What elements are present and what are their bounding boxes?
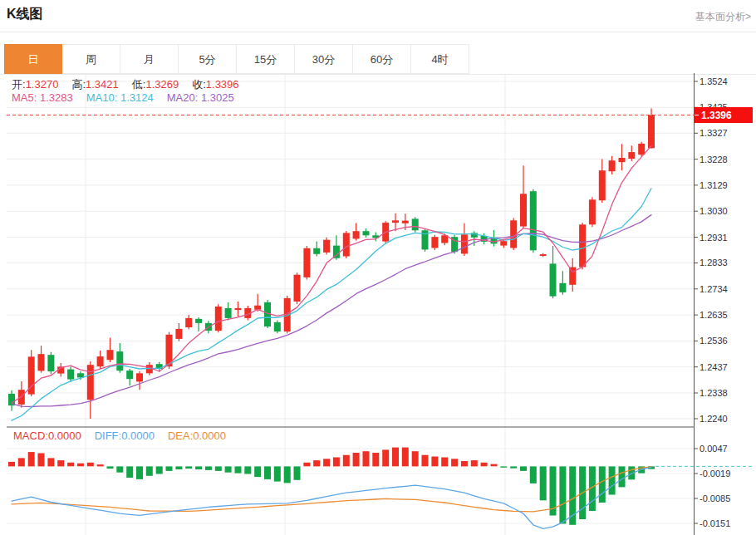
header-divider	[0, 32, 756, 32]
svg-text:-0.0019: -0.0019	[700, 469, 730, 479]
info-pair: DEA:0.0000	[168, 429, 226, 442]
tab-1[interactable]: 周	[62, 44, 120, 74]
ma-info-row: MA5: 1.3283MA10: 1.3124MA20: 1.3025	[12, 91, 248, 104]
svg-text:1.3524: 1.3524	[700, 76, 728, 86]
svg-text:1.2338: 1.2338	[700, 388, 728, 398]
kline-chart-svg: 1.35241.34251.33271.32281.31291.30301.29…	[0, 73, 756, 535]
tab-0[interactable]: 日	[4, 44, 62, 74]
tab-2[interactable]: 月	[120, 44, 179, 74]
tab-5[interactable]: 30分	[295, 44, 353, 74]
tab-7[interactable]: 4时	[411, 44, 469, 74]
tab-bar: 日周月5分15分30分60分4时	[0, 44, 756, 75]
info-pair: MA20: 1.3025	[167, 91, 234, 104]
info-pair: MA5: 1.3283	[12, 91, 73, 104]
svg-text:-0.0151: -0.0151	[700, 518, 730, 528]
tab-3[interactable]: 5分	[179, 44, 237, 74]
svg-text:1.3396: 1.3396	[701, 110, 732, 121]
ohlc-info-row: 开:1.3270高:1.3421低:1.3269收:1.3396	[12, 77, 253, 92]
svg-text:-0.0085: -0.0085	[700, 493, 730, 503]
svg-text:1.2536: 1.2536	[700, 336, 728, 346]
svg-text:1.2931: 1.2931	[700, 233, 728, 243]
info-pair: 高:1.3421	[71, 78, 118, 91]
svg-text:1.3228: 1.3228	[700, 155, 728, 164]
info-pair: 收:1.3396	[192, 78, 238, 91]
svg-text:1.2635: 1.2635	[700, 310, 728, 320]
svg-text:1.3327: 1.3327	[700, 128, 728, 138]
svg-text:1.2833: 1.2833	[700, 258, 728, 268]
svg-text:1.2240: 1.2240	[700, 414, 728, 424]
tab-6[interactable]: 60分	[353, 44, 411, 74]
macd-info-row: MACD:0.0000DIFF:0.0000DEA:0.0000	[13, 429, 239, 442]
tab-4[interactable]: 15分	[237, 44, 295, 74]
fundamental-analysis-link[interactable]: 基本面分析>	[695, 10, 751, 24]
info-pair: DIFF:0.0000	[95, 429, 155, 442]
info-pair: 低:1.3269	[132, 78, 179, 91]
svg-text:1.2437: 1.2437	[700, 362, 728, 372]
info-pair: 开:1.3270	[12, 78, 58, 91]
kline-chart[interactable]: 1.35241.34251.33271.32281.31291.30301.29…	[0, 73, 756, 535]
svg-text:1.3030: 1.3030	[700, 206, 728, 216]
svg-text:1.3129: 1.3129	[700, 180, 728, 190]
svg-text:1.2734: 1.2734	[700, 284, 728, 294]
info-pair: MACD:0.0000	[13, 429, 81, 442]
page-title: K线图	[7, 6, 43, 23]
info-pair: MA10: 1.3124	[86, 91, 154, 104]
svg-text:0.0047: 0.0047	[700, 444, 728, 454]
